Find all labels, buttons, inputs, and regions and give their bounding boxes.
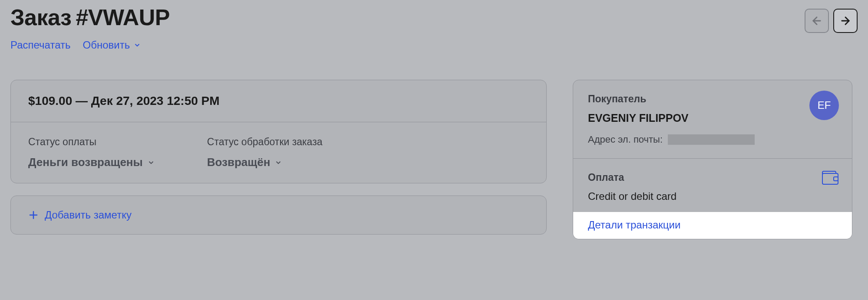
add-note-label: Добавить заметку: [45, 209, 132, 221]
chevron-down-icon: [274, 159, 282, 166]
payment-method: Credit or debit card: [588, 190, 837, 202]
wallet-icon: [822, 170, 839, 187]
transaction-highlight: Детали транзакции: [573, 212, 852, 239]
buyer-section: Покупатель EVGENIY FILIPPOV Адрес эл. по…: [573, 80, 852, 159]
add-note-button[interactable]: Добавить заметку: [28, 209, 529, 221]
buyer-section-label: Покупатель: [588, 93, 837, 105]
svg-rect-5: [834, 177, 838, 181]
add-note-card: Добавить заметку: [10, 196, 547, 235]
payment-status-dropdown[interactable]: Деньги возвращены: [28, 156, 155, 169]
prev-order-button[interactable]: [805, 9, 829, 33]
print-button[interactable]: Распечатать: [10, 39, 70, 51]
transaction-details-link[interactable]: Детали транзакции: [588, 219, 680, 231]
payment-section: Оплата Credit or debit card Детали транз…: [573, 159, 852, 239]
payment-section-label: Оплата: [588, 172, 837, 183]
order-summary: $109.00 — Дек 27, 2023 12:50 PM: [28, 94, 529, 108]
chevron-down-icon: [133, 41, 141, 49]
fulfillment-status-dropdown[interactable]: Возвращён: [207, 156, 323, 169]
next-order-button[interactable]: [833, 9, 858, 33]
fulfillment-status-label: Статус обработки заказа: [207, 136, 323, 148]
update-label: Обновить: [83, 39, 130, 51]
payment-status-value: Деньги возвращены: [28, 156, 143, 169]
order-card: $109.00 — Дек 27, 2023 12:50 PM Статус о…: [10, 80, 547, 183]
page-title-prefix: Заказ: [10, 4, 71, 30]
payment-status-label: Статус оплаты: [28, 136, 155, 148]
svg-rect-4: [822, 173, 838, 184]
arrow-right-icon: [839, 15, 851, 27]
buyer-email-label: Адрес эл. почты:: [588, 134, 663, 145]
avatar: EF: [809, 91, 839, 120]
arrow-left-icon: [811, 15, 823, 27]
buyer-name: EVGENIY FILIPPOV: [588, 112, 837, 124]
buyer-email-redacted: [668, 134, 755, 145]
order-id: #VWAUP: [76, 4, 170, 30]
sidebar-card: Покупатель EVGENIY FILIPPOV Адрес эл. по…: [573, 80, 852, 239]
update-button[interactable]: Обновить: [83, 39, 141, 51]
plus-icon: [28, 210, 39, 220]
print-label: Распечатать: [10, 39, 70, 51]
chevron-down-icon: [147, 159, 155, 166]
fulfillment-status-value: Возвращён: [207, 156, 271, 169]
